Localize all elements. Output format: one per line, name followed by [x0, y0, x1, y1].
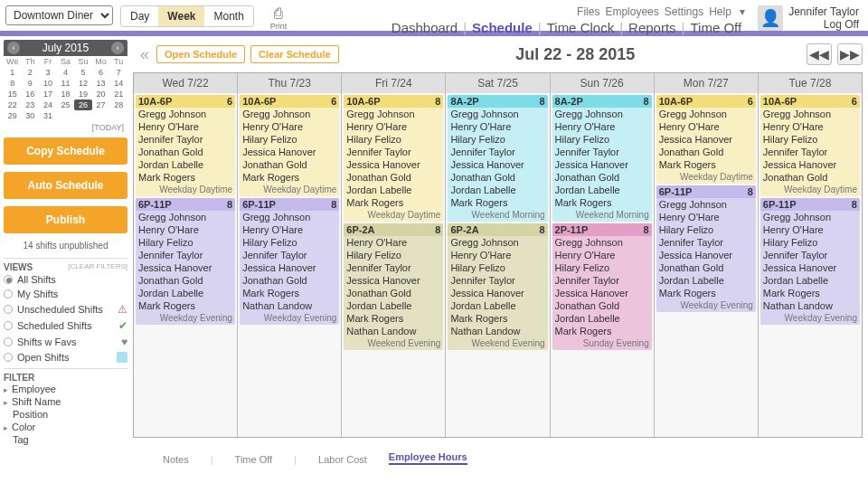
- view-shifts-w-favs[interactable]: Shifts w Favs♥: [4, 334, 127, 350]
- cal-day[interactable]: 26: [74, 99, 92, 110]
- employee-name[interactable]: Gregg Johnson: [138, 211, 232, 223]
- cal-next-icon[interactable]: ›: [111, 42, 124, 54]
- employee-name[interactable]: Mark Rogers: [346, 196, 440, 209]
- employee-name[interactable]: Mark Rogers: [450, 312, 544, 325]
- cal-day[interactable]: 13: [92, 78, 110, 89]
- shift-block[interactable]: 6P-11P8Gregg JohnsonHenry O'HareHilary F…: [656, 185, 756, 312]
- employee-name[interactable]: Jessica Hanover: [659, 133, 753, 146]
- shift-block[interactable]: 10A-6P6Gregg JohnsonHenry O'HareJennifer…: [136, 95, 235, 196]
- employee-name[interactable]: Hilary Felizo: [346, 133, 440, 146]
- nav-time-off[interactable]: Time Off: [690, 20, 741, 35]
- cal-day[interactable]: 22: [4, 99, 22, 110]
- employee-name[interactable]: Nathan Landow: [763, 299, 857, 312]
- employee-name[interactable]: Jessica Hanover: [450, 158, 544, 171]
- cal-day[interactable]: 18: [57, 89, 75, 99]
- cal-day[interactable]: 11: [57, 78, 75, 89]
- shift-block[interactable]: 6P-2A8Henry O'HareHilary FelizoJennifer …: [344, 223, 443, 350]
- bottom-tab-labor-cost[interactable]: Labor Cost: [318, 454, 367, 465]
- employee-name[interactable]: Jessica Hanover: [659, 249, 753, 261]
- view-all-shifts[interactable]: All Shifts: [4, 272, 127, 287]
- view-open-shifts[interactable]: Open Shifts: [4, 350, 127, 365]
- copy-schedule-button[interactable]: Copy Schedule: [4, 137, 127, 165]
- employee-name[interactable]: Jordan Labelle: [346, 184, 440, 196]
- shift-block[interactable]: 10A-6P8Gregg JohnsonHenry O'HareHilary F…: [344, 95, 443, 222]
- nav-employees[interactable]: Employees: [605, 5, 658, 18]
- shift-block[interactable]: 10A-6P6Gregg JohnsonHenry O'HareJessica …: [656, 95, 756, 184]
- cal-day[interactable]: 28: [109, 99, 127, 110]
- shift-block[interactable]: 2P-11P8Gregg JohnsonHenry O'HareHilary F…: [552, 223, 652, 350]
- shift-block[interactable]: 8A-2P8Gregg JohnsonHenry O'HareHilary Fe…: [448, 95, 547, 222]
- cal-day[interactable]: 27: [92, 99, 110, 110]
- employee-name[interactable]: Jonathan Gold: [138, 274, 232, 287]
- cal-day[interactable]: 23: [22, 99, 40, 110]
- employee-name[interactable]: Jonathan Gold: [242, 158, 336, 171]
- employee-name[interactable]: Jessica Hanover: [555, 287, 649, 299]
- employee-name[interactable]: Nathan Landow: [450, 325, 544, 337]
- bottom-tab-notes[interactable]: Notes: [163, 454, 189, 465]
- nav-files[interactable]: Files: [577, 5, 599, 18]
- cal-day[interactable]: 21: [109, 89, 127, 99]
- employee-name[interactable]: Mark Rogers: [242, 287, 336, 299]
- employee-name[interactable]: Jordan Labelle: [763, 274, 857, 287]
- employee-name[interactable]: Jennifer Taylor: [450, 146, 544, 158]
- employee-name[interactable]: Gregg Johnson: [763, 108, 857, 120]
- employee-name[interactable]: Gregg Johnson: [555, 236, 649, 249]
- employee-name[interactable]: Mark Rogers: [555, 196, 649, 209]
- cal-day[interactable]: 10: [39, 78, 57, 89]
- open-schedule-button[interactable]: Open Schedule: [156, 45, 245, 63]
- employee-name[interactable]: Hilary Felizo: [450, 133, 544, 146]
- cal-day[interactable]: 6: [92, 67, 110, 78]
- employee-name[interactable]: Henry O'Hare: [346, 120, 440, 133]
- bottom-tab-employee-hours[interactable]: Employee Hours: [389, 451, 467, 465]
- shift-block[interactable]: 6P-2A8Gregg JohnsonHenry O'HareHilary Fe…: [448, 223, 547, 350]
- employee-name[interactable]: Gregg Johnson: [659, 198, 753, 211]
- auto-schedule-button[interactable]: Auto Schedule: [4, 172, 127, 199]
- employee-name[interactable]: Jonathan Gold: [763, 171, 857, 184]
- cal-day[interactable]: 16: [22, 89, 40, 99]
- view-scheduled-shifts[interactable]: Scheduled Shifts✔: [4, 317, 127, 334]
- employee-name[interactable]: Hilary Felizo: [346, 249, 440, 261]
- employee-name[interactable]: Henry O'Hare: [138, 120, 232, 133]
- cal-prev-icon[interactable]: ‹: [7, 42, 20, 54]
- employee-name[interactable]: Jessica Hanover: [242, 261, 336, 274]
- cal-day[interactable]: 5: [74, 67, 92, 78]
- nav-settings[interactable]: Settings: [665, 5, 703, 18]
- employee-name[interactable]: Jennifer Taylor: [450, 274, 544, 287]
- employee-name[interactable]: Mark Rogers: [450, 196, 544, 209]
- prev-week-button[interactable]: ◀◀: [807, 43, 832, 65]
- employee-name[interactable]: Henry O'Hare: [346, 236, 440, 249]
- employee-name[interactable]: Jessica Hanover: [555, 158, 649, 171]
- employee-name[interactable]: Jessica Hanover: [763, 261, 857, 274]
- employee-name[interactable]: Mark Rogers: [138, 171, 232, 184]
- employee-name[interactable]: Gregg Johnson: [138, 108, 232, 120]
- employee-name[interactable]: Gregg Johnson: [450, 108, 544, 120]
- employee-name[interactable]: Mark Rogers: [242, 171, 336, 184]
- employee-name[interactable]: Gregg Johnson: [242, 108, 336, 120]
- employee-name[interactable]: Henry O'Hare: [659, 211, 753, 223]
- employee-name[interactable]: Hilary Felizo: [763, 133, 857, 146]
- employee-name[interactable]: Henry O'Hare: [242, 120, 336, 133]
- cal-day[interactable]: 30: [22, 110, 40, 121]
- employee-name[interactable]: Jordan Labelle: [138, 287, 232, 299]
- cal-day[interactable]: 8: [4, 78, 22, 89]
- cal-day[interactable]: 14: [109, 78, 127, 89]
- employee-name[interactable]: Mark Rogers: [138, 299, 232, 312]
- employee-name[interactable]: Jordan Labelle: [450, 299, 544, 312]
- shift-block[interactable]: 6P-11P8Gregg JohnsonHenry O'HareHilary F…: [136, 198, 235, 325]
- cal-day[interactable]: 3: [39, 67, 57, 78]
- employee-name[interactable]: Henry O'Hare: [763, 120, 857, 133]
- mini-calendar[interactable]: WeThFrSaSuMoTu 1234567891011121314151617…: [4, 56, 127, 121]
- employee-name[interactable]: Mark Rogers: [659, 287, 753, 299]
- tab-month[interactable]: Month: [204, 6, 252, 26]
- employee-name[interactable]: Jordan Labelle: [555, 312, 649, 325]
- employee-name[interactable]: Jordan Labelle: [450, 184, 544, 196]
- employee-name[interactable]: Jessica Hanover: [346, 274, 440, 287]
- employee-name[interactable]: Hilary Felizo: [242, 133, 336, 146]
- employee-name[interactable]: Jonathan Gold: [242, 274, 336, 287]
- cal-day[interactable]: 25: [57, 99, 75, 110]
- employee-name[interactable]: Jennifer Taylor: [138, 133, 232, 146]
- employee-name[interactable]: Jonathan Gold: [659, 146, 753, 158]
- cal-day[interactable]: 12: [74, 78, 92, 89]
- employee-name[interactable]: Hilary Felizo: [659, 223, 753, 236]
- filter-color[interactable]: Color: [4, 421, 127, 433]
